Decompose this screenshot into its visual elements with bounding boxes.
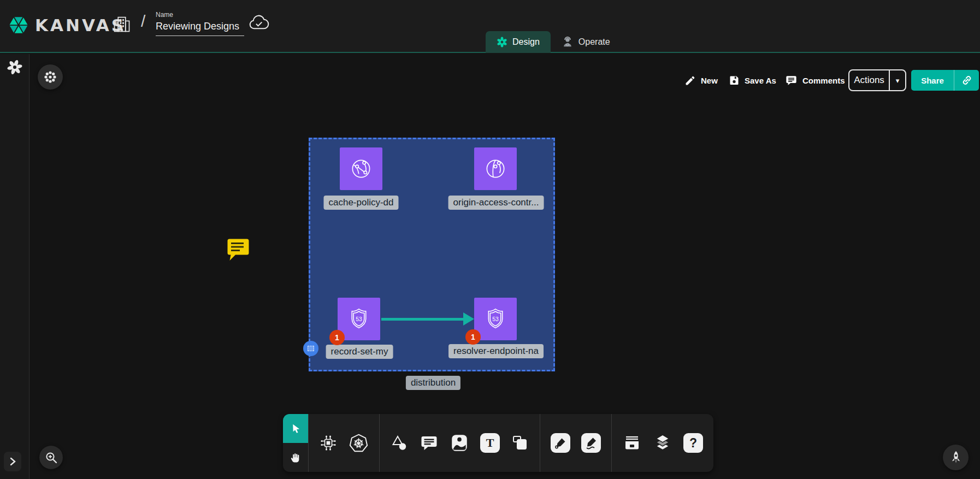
cursor-arrow-icon (290, 423, 302, 434)
actions-dropdown-button[interactable]: Actions ▾ (848, 69, 906, 91)
text-tool-button[interactable]: T (480, 433, 500, 453)
save-as-button-label: Save As (745, 76, 776, 85)
organization-building-icon[interactable] (112, 14, 132, 34)
breadcrumb-separator: / (141, 12, 145, 31)
design-rosette-icon (497, 37, 507, 48)
node-label-origin-access: origin-access-contr... (448, 196, 544, 210)
svg-text:53: 53 (356, 316, 362, 322)
bottom-tool-palette: T (283, 414, 713, 472)
canvas-comment-pin[interactable] (227, 238, 250, 261)
component-tool-button[interactable] (319, 434, 338, 452)
route53-shield-icon: 53 (345, 305, 373, 333)
select-tool-button[interactable] (283, 414, 308, 443)
layers-tool-button[interactable] (653, 433, 672, 453)
image-tool-button[interactable] (450, 433, 469, 453)
chip-circuit-icon (319, 434, 338, 452)
save-as-button[interactable]: Save As (729, 69, 776, 91)
kubernetes-tool-button[interactable] (349, 433, 369, 453)
copy-link-button[interactable] (954, 70, 979, 91)
operate-person-icon (562, 36, 574, 48)
magnifier-plus-icon (45, 451, 58, 464)
sketch-tool-button[interactable] (581, 433, 601, 453)
image-icon (450, 433, 469, 453)
group-selection-handle[interactable] (303, 341, 318, 356)
brand[interactable]: KANVAS (8, 14, 126, 36)
node-origin-access-control[interactable] (474, 147, 517, 190)
kubernetes-wheel-icon (349, 433, 369, 453)
comment-tool-icon (420, 434, 439, 452)
edge-arrowhead (463, 312, 474, 326)
floppy-save-icon (729, 75, 740, 86)
canvas-settings-fab[interactable] (38, 64, 63, 90)
annotation-tools-section: T (379, 414, 540, 472)
help-tool-button[interactable]: ? (683, 433, 703, 453)
comments-button[interactable]: Comments (785, 69, 845, 91)
actions-button-label: Actions (849, 70, 889, 90)
kanvas-app: KANVAS / Name Reviewing Designs (0, 0, 980, 479)
help-tool-glyph: ? (689, 436, 697, 451)
new-button-label: New (701, 76, 718, 85)
chevron-right-icon (9, 457, 16, 466)
rocket-icon (949, 450, 963, 465)
design-name-label: Name (156, 11, 244, 19)
pencil-sketch-icon (584, 436, 598, 450)
text-tool-glyph: T (486, 436, 494, 450)
layers-icon (653, 433, 672, 453)
new-button[interactable]: New (684, 69, 718, 91)
tab-design-label: Design (512, 37, 540, 47)
node-resolver-endpoint[interactable]: 53 (474, 298, 517, 340)
handle-square-icon (308, 346, 314, 351)
design-name-field: Name Reviewing Designs (156, 11, 244, 36)
cloudfront-globe-icon (347, 155, 375, 182)
kanvas-logo-icon (8, 14, 29, 36)
node-label-record-set: record-set-my (326, 345, 393, 359)
drawer-tool-button[interactable] (622, 434, 642, 452)
share-button[interactable]: Share (911, 70, 979, 91)
design-name-input[interactable]: Reviewing Designs (156, 21, 244, 36)
tab-operate-label: Operate (578, 37, 610, 47)
comment-bubble-icon (785, 74, 798, 86)
node-label-resolver-endpoint: resolver-endpoint-na (448, 344, 544, 358)
svg-text:53: 53 (492, 316, 499, 322)
note-frame-icon (511, 434, 529, 452)
tab-operate[interactable]: Operate (551, 31, 621, 53)
expand-sidebar-button[interactable] (4, 452, 21, 471)
hand-icon (290, 451, 302, 464)
link-icon (961, 74, 973, 86)
left-sidebar-rail (0, 54, 29, 479)
meshery-spiral-icon[interactable] (7, 60, 22, 75)
node-label-cache-policy: cache-policy-dd (323, 196, 398, 210)
shapes-icon (390, 434, 409, 452)
assistant-fab[interactable] (943, 445, 969, 470)
utility-tools-section: ? (611, 414, 713, 472)
node-cache-policy[interactable] (340, 147, 382, 190)
zoom-fab[interactable] (39, 446, 63, 469)
tab-design[interactable]: Design (486, 31, 551, 53)
share-button-label: Share (911, 70, 954, 91)
mode-tabs: Design Operate (486, 31, 621, 53)
route53-shield-icon: 53 (482, 305, 509, 333)
drawing-tools-section (540, 414, 611, 472)
pointer-tools-column (283, 414, 308, 472)
comments-button-label: Comments (802, 76, 845, 85)
edge-record-set-to-resolver[interactable] (381, 318, 464, 321)
shapes-tool-button[interactable] (390, 434, 409, 452)
caret-down-icon[interactable]: ▾ (889, 70, 905, 90)
drawer-archive-icon (622, 434, 642, 452)
error-count-badge[interactable]: 1 (465, 329, 481, 345)
group-label-distribution: distribution (406, 376, 461, 390)
error-count-badge[interactable]: 1 (329, 330, 345, 345)
pencil-new-icon (684, 75, 696, 86)
cloud-saved-icon (249, 13, 269, 32)
cloudfront-globe-icon (482, 155, 509, 182)
top-header-bar: KANVAS / Name Reviewing Designs (0, 0, 980, 53)
comment-tool-button[interactable] (420, 434, 439, 452)
flower-gear-icon (43, 70, 57, 84)
pen-tool-button[interactable] (551, 433, 570, 453)
component-tools-section (308, 414, 379, 472)
note-tool-button[interactable] (511, 434, 529, 452)
pan-tool-button[interactable] (283, 443, 308, 472)
pen-path-icon (553, 436, 568, 450)
